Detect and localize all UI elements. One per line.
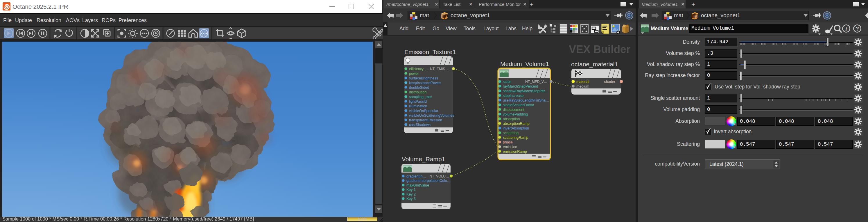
svg-text:Emission_Texture1: Emission_Texture1: [404, 49, 456, 56]
svg-text:scattering: scattering: [503, 131, 519, 135]
svg-text:transparentEmission: transparentEmission: [409, 118, 442, 122]
svg-text:displacement: displacement: [503, 108, 524, 112]
svg-text:absorption: absorption: [503, 117, 520, 121]
svg-text:octane_material1: octane_material1: [571, 61, 618, 68]
svg-text:singleScatterFactor: singleScatterFactor: [503, 103, 534, 107]
svg-text:castShadows: castShadows: [409, 123, 431, 127]
svg-text:material: material: [576, 80, 589, 84]
svg-text:scale: scale: [503, 80, 511, 84]
svg-text:Key 1: Key 1: [406, 188, 416, 192]
svg-text:VEX Builder: VEX Builder: [569, 43, 630, 55]
svg-text:?: ?: [856, 26, 859, 32]
svg-text:maxGridValue: maxGridValue: [406, 183, 429, 187]
svg-text:rayMarchStepPercent: rayMarchStepPercent: [503, 84, 538, 88]
svg-text:emission: emission: [503, 145, 517, 149]
svg-text:distribution: distribution: [409, 90, 427, 94]
svg-text:emissionRamp: emissionRamp: [503, 149, 527, 154]
svg-text:stepIncrease: stepIncrease: [503, 94, 524, 98]
svg-text:keepInstancePower: keepInstancePower: [409, 81, 441, 85]
svg-text:scatteringRamp: scatteringRamp: [503, 136, 528, 140]
svg-text:doubleSided: doubleSided: [409, 86, 429, 90]
svg-text:shader: shader: [604, 80, 615, 84]
svg-text:surfaceBrightness: surfaceBrightness: [409, 76, 438, 80]
svg-text:volumePadding: volumePadding: [503, 112, 528, 116]
svg-text:NT_EMIS_…: NT_EMIS_…: [430, 67, 451, 71]
svg-text:medium: medium: [576, 84, 589, 88]
svg-text:absorptionRamp: absorptionRamp: [503, 121, 530, 126]
svg-text:Medium_Volume1: Medium_Volume1: [500, 60, 549, 67]
svg-text:NT_MED_V…: NT_MED_V…: [525, 80, 547, 84]
svg-text:i: i: [845, 26, 847, 32]
svg-text:Key 3: Key 3: [406, 197, 416, 201]
svg-text:shadowRayMarchStepPer…: shadowRayMarchStepPer…: [503, 89, 549, 93]
svg-text:visibleOnScatteringVolumes: visibleOnScatteringVolumes: [409, 113, 454, 117]
svg-text:NT_VOLU…: NT_VOLU…: [430, 174, 449, 178]
svg-text:gradientInterpolationColo…: gradientInterpolationColo…: [406, 179, 451, 183]
svg-text:Volume_Ramp1: Volume_Ramp1: [402, 156, 445, 163]
svg-text:lightPassId: lightPassId: [409, 100, 427, 104]
svg-text:Key 2: Key 2: [406, 192, 416, 196]
svg-text:gradientIn…: gradientIn…: [406, 174, 426, 178]
svg-text:power: power: [409, 72, 419, 76]
svg-text:visibleOnSpecular: visibleOnSpecular: [409, 109, 438, 113]
svg-text:illumination: illumination: [409, 104, 427, 108]
svg-text:efficiency_…: efficiency_…: [409, 67, 429, 71]
svg-text:invertAbsorption: invertAbsorption: [503, 126, 529, 130]
svg-text:sampling_rate: sampling_rate: [409, 95, 432, 99]
svg-text:useRayStepLengthForSha…: useRayStepLengthForSha…: [503, 98, 549, 103]
svg-text:phase: phase: [503, 140, 513, 144]
